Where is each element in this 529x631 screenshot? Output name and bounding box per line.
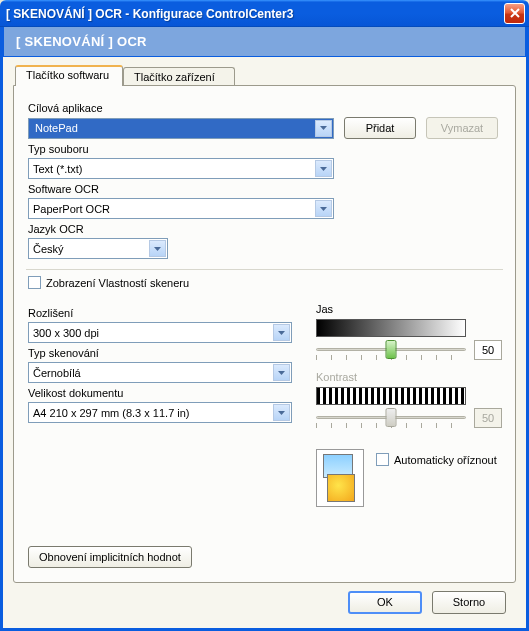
contrast-bar	[316, 387, 466, 405]
contrast-value: 50	[474, 408, 502, 428]
tab-software[interactable]: Tlačítko softwaru	[15, 65, 123, 86]
combo-ocr-language[interactable]: Český	[28, 238, 168, 259]
slider-thumb	[386, 408, 397, 427]
brightness-value: 50	[474, 340, 502, 360]
chevron-down-icon	[273, 404, 290, 421]
column-left: Rozlišení 300 x 300 dpi Typ skenování Če…	[28, 303, 292, 507]
checkbox-label: Automaticky oříznout	[394, 454, 497, 466]
checkbox-box	[376, 453, 389, 466]
combo-file-type[interactable]: Text (*.txt)	[28, 158, 334, 179]
combo-value: Text (*.txt)	[33, 163, 83, 175]
label-brightness: Jas	[316, 303, 502, 315]
combo-value: A4 210 x 297 mm (8.3 x 11.7 in)	[33, 407, 190, 419]
tab-label: Tlačítko softwaru	[26, 69, 109, 81]
brightness-row: 50	[316, 339, 502, 361]
chevron-down-icon	[315, 160, 332, 177]
delete-button: Vymazat	[426, 117, 498, 139]
combo-ocr-software[interactable]: PaperPort OCR	[28, 198, 334, 219]
combo-value: NotePad	[33, 121, 80, 135]
label-target-app: Cílová aplikace	[28, 102, 501, 114]
label-scan-type: Typ skenování	[28, 347, 292, 359]
contrast-row: 50	[316, 407, 502, 429]
combo-scan-type[interactable]: Černobílá	[28, 362, 292, 383]
combo-doc-size[interactable]: A4 210 x 297 mm (8.3 x 11.7 in)	[28, 402, 292, 423]
chevron-down-icon	[273, 364, 290, 381]
cancel-button-label: Storno	[453, 596, 485, 608]
subheader-title: [ SKENOVÁNÍ ] OCR	[16, 34, 147, 49]
tab-label: Tlačítko zařízení	[134, 71, 215, 83]
checkbox-label: Zobrazení Vlastností skeneru	[46, 277, 189, 289]
label-doc-size: Velikost dokumentu	[28, 387, 292, 399]
preview-thumbnail	[316, 449, 364, 507]
combo-value: Český	[33, 243, 64, 255]
titlebar: [ SKENOVÁNÍ ] OCR - Konfigurace ControlC…	[0, 0, 529, 27]
contrast-slider	[316, 407, 466, 429]
tabstrip: Tlačítko softwaru Tlačítko zařízení	[13, 65, 516, 86]
columns: Rozlišení 300 x 300 dpi Typ skenování Če…	[28, 303, 501, 507]
row-target-app: NotePad Přidat Vymazat	[28, 117, 501, 139]
separator	[26, 269, 503, 270]
cancel-button[interactable]: Storno	[432, 591, 506, 614]
bottom-buttons: OK Storno	[13, 583, 516, 614]
restore-defaults-label: Obnovení implicitních hodnot	[39, 551, 181, 563]
add-button-label: Přidat	[366, 122, 395, 134]
tab-device[interactable]: Tlačítko zařízení	[123, 67, 235, 86]
chevron-down-icon	[149, 240, 166, 257]
window-frame: [ SKENOVÁNÍ ] OCR Tlačítko softwaru Tlač…	[0, 27, 529, 631]
subheader: [ SKENOVÁNÍ ] OCR	[3, 27, 526, 57]
combo-resolution[interactable]: 300 x 300 dpi	[28, 322, 292, 343]
delete-button-label: Vymazat	[441, 122, 483, 134]
combo-value: PaperPort OCR	[33, 203, 110, 215]
chevron-down-icon	[273, 324, 290, 341]
close-icon	[510, 8, 520, 20]
restore-defaults-button[interactable]: Obnovení implicitních hodnot	[28, 546, 192, 568]
ok-button[interactable]: OK	[348, 591, 422, 614]
window-title: [ SKENOVÁNÍ ] OCR - Konfigurace ControlC…	[6, 7, 504, 21]
chevron-down-icon	[315, 120, 332, 137]
checkbox-box	[28, 276, 41, 289]
chevron-down-icon	[315, 200, 332, 217]
label-file-type: Typ souboru	[28, 143, 501, 155]
thumb-row: Automaticky oříznout	[316, 429, 502, 507]
label-ocr-software: Software OCR	[28, 183, 501, 195]
brightness-gradient	[316, 319, 466, 337]
combo-value: 300 x 300 dpi	[33, 327, 99, 339]
combo-value: Černobílá	[33, 367, 81, 379]
body: Tlačítko softwaru Tlačítko zařízení Cílo…	[3, 57, 526, 622]
ok-button-label: OK	[377, 596, 393, 608]
checkbox-auto-crop[interactable]: Automaticky oříznout	[376, 453, 497, 466]
brightness-slider[interactable]	[316, 339, 466, 361]
slider-thumb[interactable]	[386, 340, 397, 359]
label-contrast: Kontrast	[316, 371, 502, 383]
close-button[interactable]	[504, 3, 525, 24]
checkbox-show-scanner-props[interactable]: Zobrazení Vlastností skeneru	[28, 276, 501, 289]
label-resolution: Rozlišení	[28, 307, 292, 319]
tab-panel: Cílová aplikace NotePad Přidat Vymazat T…	[13, 85, 516, 583]
column-right: Jas 50 Kontrast	[316, 303, 502, 507]
label-ocr-language: Jazyk OCR	[28, 223, 501, 235]
combo-target-app[interactable]: NotePad	[28, 118, 334, 139]
add-button[interactable]: Přidat	[344, 117, 416, 139]
